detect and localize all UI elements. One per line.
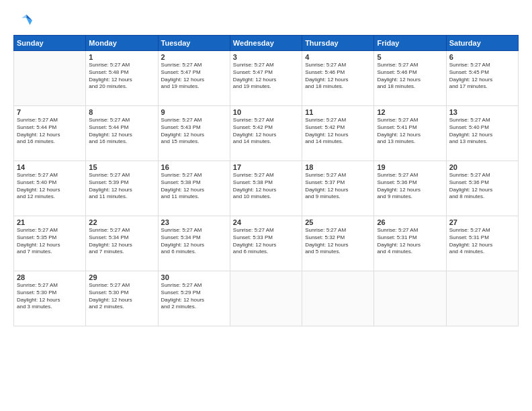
cell-info-line: Daylight: 12 hours [305,132,371,139]
cell-info-line: and 4 minutes. [449,248,515,256]
cell-info-line: Daylight: 12 hours [449,77,515,84]
cell-info-line: and 17 minutes. [449,83,515,91]
cell-info-line: Sunset: 5:33 PM [233,234,299,242]
cell-info-line: and 5 minutes. [305,248,371,256]
calendar-cell [302,271,374,326]
day-number: 1 [89,53,154,61]
cell-info-line: Daylight: 12 hours [89,242,154,249]
cell-info-line: and 11 minutes. [161,193,227,201]
cell-info-line: Daylight: 12 hours [449,242,515,249]
calendar-cell: 4Sunrise: 5:27 AMSunset: 5:46 PMDaylight… [302,51,374,106]
cell-info-line: Sunset: 5:48 PM [89,69,154,77]
days-of-week-row: SundayMondayTuesdayWednesdayThursdayFrid… [14,36,519,51]
cell-info-line: Sunrise: 5:27 AM [161,62,227,69]
cell-info-line: and 6 minutes. [233,248,299,256]
day-header-monday: Monday [86,36,158,51]
cell-info-line: Daylight: 12 hours [17,297,83,304]
calendar-cell: 8Sunrise: 5:27 AMSunset: 5:44 PMDaylight… [86,106,158,161]
calendar-body: 1Sunrise: 5:27 AMSunset: 5:48 PMDaylight… [14,51,519,326]
page: SundayMondayTuesdayWednesdayThursdayFrid… [0,0,532,411]
cell-info-line: and 9 minutes. [305,193,371,201]
cell-info-line: Sunrise: 5:27 AM [161,282,227,289]
cell-info-line: Sunset: 5:44 PM [89,124,154,132]
day-number: 8 [89,108,154,116]
day-number: 21 [17,218,83,226]
cell-info-line: Sunset: 5:36 PM [377,179,443,187]
calendar-cell: 27Sunrise: 5:27 AMSunset: 5:31 PMDayligh… [446,216,518,271]
day-number: 20 [449,163,515,171]
cell-info-line: Sunset: 5:45 PM [449,69,515,77]
day-header-wednesday: Wednesday [230,36,302,51]
cell-info-line: Sunset: 5:38 PM [161,179,227,187]
day-header-friday: Friday [374,36,446,51]
cell-info-line: Sunrise: 5:27 AM [449,227,515,234]
cell-info-line: Daylight: 12 hours [17,187,83,194]
calendar-cell: 13Sunrise: 5:27 AMSunset: 5:40 PMDayligh… [446,106,518,161]
day-number: 10 [233,108,299,116]
day-number: 28 [17,273,83,281]
cell-info-line: Sunset: 5:46 PM [377,69,443,77]
calendar-cell: 7Sunrise: 5:27 AMSunset: 5:44 PMDaylight… [14,106,86,161]
cell-info-line: Sunrise: 5:27 AM [17,172,83,179]
calendar-cell: 12Sunrise: 5:27 AMSunset: 5:41 PMDayligh… [374,106,446,161]
cell-info-line: Daylight: 12 hours [161,132,227,139]
cell-info-line: Sunrise: 5:27 AM [17,117,83,124]
cell-info-line: Sunrise: 5:27 AM [233,172,299,179]
day-number: 9 [161,108,227,116]
logo [13,12,35,31]
day-number: 16 [161,163,227,171]
week-row-0: 1Sunrise: 5:27 AMSunset: 5:48 PMDaylight… [14,51,519,106]
cell-info-line: and 9 minutes. [377,193,443,201]
cell-info-line: Sunset: 5:47 PM [233,69,299,77]
cell-info-line: and 2 minutes. [161,304,227,311]
day-number: 24 [233,218,299,226]
cell-info-line: Sunset: 5:34 PM [89,234,154,242]
cell-info-line: Daylight: 12 hours [161,77,227,84]
cell-info-line: Sunset: 5:44 PM [17,124,83,132]
cell-info-line: Sunset: 5:31 PM [449,234,515,242]
calendar-cell: 17Sunrise: 5:27 AMSunset: 5:38 PMDayligh… [230,161,302,216]
cell-info-line: Sunrise: 5:27 AM [449,117,515,124]
calendar-cell: 24Sunrise: 5:27 AMSunset: 5:33 PMDayligh… [230,216,302,271]
cell-info-line: Daylight: 12 hours [233,187,299,194]
cell-info-line: Sunrise: 5:27 AM [377,227,443,234]
cell-info-line: and 13 minutes. [449,138,515,146]
day-number: 23 [161,218,227,226]
calendar-cell [14,51,86,106]
cell-info-line: Sunrise: 5:27 AM [161,117,227,124]
day-number: 14 [17,163,83,171]
calendar-cell: 9Sunrise: 5:27 AMSunset: 5:43 PMDaylight… [158,106,230,161]
calendar-table: SundayMondayTuesdayWednesdayThursdayFrid… [13,35,519,326]
cell-info-line: Sunrise: 5:27 AM [89,282,154,289]
calendar-cell [446,271,518,326]
cell-info-line: and 14 minutes. [233,138,299,146]
cell-info-line: Daylight: 12 hours [161,242,227,249]
cell-info-line: Daylight: 12 hours [233,132,299,139]
cell-info-line: and 18 minutes. [377,83,443,91]
cell-info-line: Sunrise: 5:27 AM [377,117,443,124]
calendar-cell: 23Sunrise: 5:27 AMSunset: 5:34 PMDayligh… [158,216,230,271]
svg-marker-2 [21,15,26,18]
calendar-cell: 29Sunrise: 5:27 AMSunset: 5:30 PMDayligh… [86,271,158,326]
cell-info-line: Daylight: 12 hours [17,132,83,139]
cell-info-line: Sunrise: 5:27 AM [233,62,299,69]
cell-info-line: Daylight: 12 hours [305,187,371,194]
calendar-cell [374,271,446,326]
day-number: 22 [89,218,154,226]
cell-info-line: Sunrise: 5:27 AM [161,172,227,179]
calendar-cell: 25Sunrise: 5:27 AMSunset: 5:32 PMDayligh… [302,216,374,271]
cell-info-line: Sunrise: 5:27 AM [305,172,371,179]
cell-info-line: Sunset: 5:42 PM [305,124,371,132]
header [13,12,519,31]
cell-info-line: Sunrise: 5:27 AM [89,172,154,179]
day-number: 4 [305,53,371,61]
cell-info-line: Sunset: 5:30 PM [89,289,154,297]
cell-info-line: Daylight: 12 hours [89,77,154,84]
day-number: 13 [449,108,515,116]
calendar-cell: 5Sunrise: 5:27 AMSunset: 5:46 PMDaylight… [374,51,446,106]
cell-info-line: Sunset: 5:40 PM [449,124,515,132]
cell-info-line: and 15 minutes. [161,138,227,146]
cell-info-line: Daylight: 12 hours [161,297,227,304]
cell-info-line: and 20 minutes. [89,83,154,91]
cell-info-line: Sunrise: 5:27 AM [17,282,83,289]
